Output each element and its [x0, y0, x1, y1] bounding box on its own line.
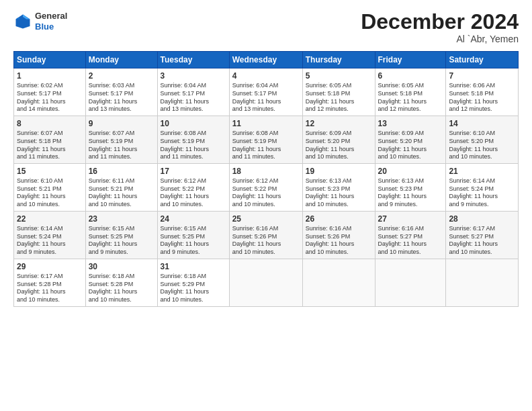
day-number: 2	[89, 71, 154, 81]
day-number: 17	[161, 166, 226, 177]
calendar-cell: 22Sunrise: 6:14 AM Sunset: 5:24 PM Dayli…	[14, 211, 86, 259]
calendar-header-row: Sunday Monday Tuesday Wednesday Thursday…	[14, 52, 519, 68]
day-info: Sunrise: 6:04 AM Sunset: 5:17 PM Dayligh…	[161, 82, 226, 113]
calendar-cell: 7Sunrise: 6:06 AM Sunset: 5:18 PM Daylig…	[446, 68, 519, 116]
day-number: 3	[161, 71, 226, 81]
calendar-cell: 29Sunrise: 6:17 AM Sunset: 5:28 PM Dayli…	[14, 259, 86, 306]
day-number: 6	[378, 71, 443, 81]
day-number: 23	[89, 214, 154, 224]
day-number: 28	[449, 214, 515, 224]
day-info: Sunrise: 6:14 AM Sunset: 5:24 PM Dayligh…	[17, 225, 83, 257]
day-number: 31	[161, 261, 226, 272]
logo-general: General	[35, 11, 67, 21]
calendar-cell: 8Sunrise: 6:07 AM Sunset: 5:18 PM Daylig…	[14, 116, 86, 163]
logo: General Blue	[13, 11, 67, 32]
day-info: Sunrise: 6:18 AM Sunset: 5:28 PM Dayligh…	[89, 273, 154, 304]
calendar-cell: 10Sunrise: 6:08 AM Sunset: 5:19 PM Dayli…	[157, 116, 229, 163]
day-number: 29	[17, 261, 83, 272]
calendar-cell: 5Sunrise: 6:05 AM Sunset: 5:18 PM Daylig…	[302, 68, 375, 116]
day-number: 12	[306, 118, 372, 129]
day-info: Sunrise: 6:06 AM Sunset: 5:18 PM Dayligh…	[449, 82, 515, 113]
day-number: 18	[232, 166, 300, 177]
calendar-cell: 4Sunrise: 6:04 AM Sunset: 5:17 PM Daylig…	[229, 68, 302, 116]
day-info: Sunrise: 6:13 AM Sunset: 5:23 PM Dayligh…	[306, 177, 372, 209]
day-info: Sunrise: 6:12 AM Sunset: 5:22 PM Dayligh…	[161, 177, 226, 209]
day-info: Sunrise: 6:05 AM Sunset: 5:18 PM Dayligh…	[378, 82, 443, 113]
day-info: Sunrise: 6:07 AM Sunset: 5:18 PM Dayligh…	[17, 130, 83, 161]
calendar-cell	[229, 259, 302, 306]
day-info: Sunrise: 6:16 AM Sunset: 5:26 PM Dayligh…	[306, 225, 372, 257]
day-info: Sunrise: 6:15 AM Sunset: 5:25 PM Dayligh…	[89, 225, 154, 257]
day-number: 10	[161, 118, 226, 129]
calendar-cell: 20Sunrise: 6:13 AM Sunset: 5:23 PM Dayli…	[375, 163, 446, 211]
day-info: Sunrise: 6:17 AM Sunset: 5:27 PM Dayligh…	[449, 225, 515, 257]
day-info: Sunrise: 6:09 AM Sunset: 5:20 PM Dayligh…	[378, 130, 443, 161]
calendar-cell: 14Sunrise: 6:10 AM Sunset: 5:20 PM Dayli…	[446, 116, 519, 163]
day-number: 7	[449, 71, 515, 81]
calendar-cell	[446, 259, 519, 306]
col-tuesday: Tuesday	[157, 52, 229, 68]
day-number: 15	[17, 166, 83, 177]
day-info: Sunrise: 6:15 AM Sunset: 5:25 PM Dayligh…	[161, 225, 226, 257]
calendar-cell: 12Sunrise: 6:09 AM Sunset: 5:20 PM Dayli…	[302, 116, 375, 163]
day-number: 5	[306, 71, 372, 81]
day-info: Sunrise: 6:10 AM Sunset: 5:20 PM Dayligh…	[449, 130, 515, 161]
day-info: Sunrise: 6:05 AM Sunset: 5:18 PM Dayligh…	[306, 82, 372, 113]
col-saturday: Saturday	[446, 52, 519, 68]
day-number: 27	[378, 214, 443, 224]
day-info: Sunrise: 6:04 AM Sunset: 5:17 PM Dayligh…	[232, 82, 300, 113]
calendar-cell: 18Sunrise: 6:12 AM Sunset: 5:22 PM Dayli…	[229, 163, 302, 211]
col-thursday: Thursday	[302, 52, 375, 68]
day-info: Sunrise: 6:16 AM Sunset: 5:26 PM Dayligh…	[232, 225, 300, 257]
day-number: 19	[306, 166, 372, 177]
calendar-week-row: 1Sunrise: 6:02 AM Sunset: 5:17 PM Daylig…	[14, 68, 519, 116]
day-number: 4	[232, 71, 300, 81]
calendar-cell: 25Sunrise: 6:16 AM Sunset: 5:26 PM Dayli…	[229, 211, 302, 259]
calendar-cell: 2Sunrise: 6:03 AM Sunset: 5:17 PM Daylig…	[85, 68, 157, 116]
day-info: Sunrise: 6:17 AM Sunset: 5:28 PM Dayligh…	[17, 273, 83, 304]
calendar-cell: 3Sunrise: 6:04 AM Sunset: 5:17 PM Daylig…	[157, 68, 229, 116]
calendar-cell	[302, 259, 375, 306]
calendar-cell: 15Sunrise: 6:10 AM Sunset: 5:21 PM Dayli…	[14, 163, 86, 211]
calendar-cell: 30Sunrise: 6:18 AM Sunset: 5:28 PM Dayli…	[85, 259, 157, 306]
calendar-cell: 24Sunrise: 6:15 AM Sunset: 5:25 PM Dayli…	[157, 211, 229, 259]
day-info: Sunrise: 6:18 AM Sunset: 5:29 PM Dayligh…	[161, 273, 226, 304]
day-number: 14	[449, 118, 515, 129]
calendar-week-row: 15Sunrise: 6:10 AM Sunset: 5:21 PM Dayli…	[14, 163, 519, 211]
calendar-week-row: 8Sunrise: 6:07 AM Sunset: 5:18 PM Daylig…	[14, 116, 519, 163]
col-sunday: Sunday	[14, 52, 86, 68]
day-number: 24	[161, 214, 226, 224]
day-info: Sunrise: 6:11 AM Sunset: 5:21 PM Dayligh…	[89, 177, 154, 209]
month-title: December 2024	[361, 11, 519, 32]
page: General Blue December 2024 Al `Abr, Yeme…	[0, 0, 532, 411]
calendar-cell: 23Sunrise: 6:15 AM Sunset: 5:25 PM Dayli…	[85, 211, 157, 259]
calendar-cell: 6Sunrise: 6:05 AM Sunset: 5:18 PM Daylig…	[375, 68, 446, 116]
day-number: 11	[232, 118, 300, 129]
day-number: 25	[232, 214, 300, 224]
day-number: 1	[17, 71, 83, 81]
calendar: Sunday Monday Tuesday Wednesday Thursday…	[13, 51, 519, 307]
day-number: 9	[89, 118, 154, 129]
col-monday: Monday	[85, 52, 157, 68]
calendar-cell: 31Sunrise: 6:18 AM Sunset: 5:29 PM Dayli…	[157, 259, 229, 306]
logo-icon	[13, 12, 32, 31]
day-number: 16	[89, 166, 154, 177]
day-info: Sunrise: 6:08 AM Sunset: 5:19 PM Dayligh…	[161, 130, 226, 161]
calendar-cell: 1Sunrise: 6:02 AM Sunset: 5:17 PM Daylig…	[14, 68, 86, 116]
title-area: December 2024 Al `Abr, Yemen	[361, 11, 519, 44]
logo-blue: Blue	[35, 21, 67, 32]
calendar-week-row: 29Sunrise: 6:17 AM Sunset: 5:28 PM Dayli…	[14, 259, 519, 306]
calendar-cell: 9Sunrise: 6:07 AM Sunset: 5:19 PM Daylig…	[85, 116, 157, 163]
calendar-cell: 11Sunrise: 6:08 AM Sunset: 5:19 PM Dayli…	[229, 116, 302, 163]
day-number: 30	[89, 261, 154, 272]
calendar-cell: 26Sunrise: 6:16 AM Sunset: 5:26 PM Dayli…	[302, 211, 375, 259]
day-info: Sunrise: 6:02 AM Sunset: 5:17 PM Dayligh…	[17, 82, 83, 113]
logo-text: General Blue	[35, 11, 67, 32]
day-number: 26	[306, 214, 372, 224]
col-friday: Friday	[375, 52, 446, 68]
day-info: Sunrise: 6:13 AM Sunset: 5:23 PM Dayligh…	[378, 177, 443, 209]
location: Al `Abr, Yemen	[361, 34, 519, 44]
day-info: Sunrise: 6:08 AM Sunset: 5:19 PM Dayligh…	[232, 130, 300, 161]
day-info: Sunrise: 6:03 AM Sunset: 5:17 PM Dayligh…	[89, 82, 154, 113]
day-info: Sunrise: 6:14 AM Sunset: 5:24 PM Dayligh…	[449, 177, 515, 209]
